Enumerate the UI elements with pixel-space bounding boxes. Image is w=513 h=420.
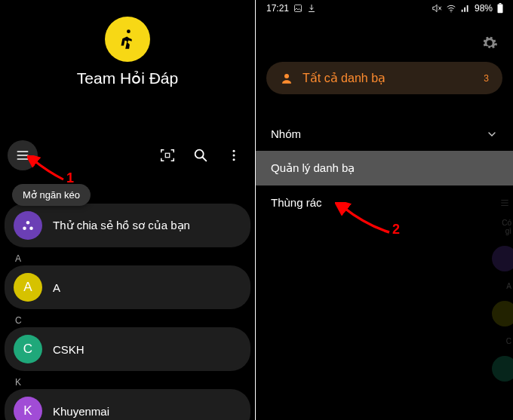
- background-ghost: Có gì A C: [496, 198, 513, 382]
- contacts-main-screen: Team Hỏi Đáp Mở ngăn kéo 1 Thử chia s: [0, 0, 256, 420]
- team-avatar: [105, 17, 150, 62]
- svg-point-7: [29, 227, 33, 231]
- page-title: Team Hỏi Đáp: [77, 69, 178, 87]
- nav-group[interactable]: Nhóm: [256, 117, 513, 151]
- menu-button[interactable]: [8, 140, 38, 170]
- runner-icon: [115, 26, 140, 52]
- contact-name: A: [53, 281, 60, 294]
- svg-point-3: [233, 155, 235, 157]
- svg-rect-0: [165, 153, 170, 158]
- drawer-nav: Nhóm Quản lý danh bạ Thùng rác: [256, 117, 513, 219]
- all-contacts-count: 3: [484, 73, 489, 84]
- more-button[interactable]: [225, 146, 243, 164]
- wifi-icon: [446, 3, 456, 14]
- hamburger-icon: [15, 148, 30, 163]
- signal-icon: [460, 3, 471, 14]
- svg-point-6: [23, 227, 26, 231]
- all-contacts-chip[interactable]: Tất cả danh bạ 3: [266, 62, 502, 94]
- svg-rect-10: [498, 4, 503, 13]
- share-icon: [14, 211, 42, 240]
- avatar: C: [14, 335, 42, 363]
- section-header: C: [0, 314, 255, 327]
- search-button[interactable]: [192, 146, 210, 164]
- drawer-toolbar: [256, 15, 513, 62]
- svg-point-2: [233, 150, 235, 152]
- menu-tooltip: Mở ngăn kéo: [12, 184, 91, 206]
- svg-point-1: [195, 150, 204, 158]
- svg-rect-11: [499, 3, 502, 4]
- battery-text: 98%: [475, 3, 493, 14]
- section-header: A: [0, 252, 255, 265]
- drawer-screen: 17:21 98% Tất cả danh bạ 3 Nhóm Quản lý …: [256, 0, 513, 420]
- search-icon: [192, 147, 209, 164]
- settings-button[interactable]: [481, 35, 498, 51]
- nav-label: Nhóm: [271, 127, 301, 140]
- svg-point-9: [450, 11, 451, 12]
- status-bar: 17:21 98%: [256, 0, 513, 15]
- contact-row[interactable]: A A: [5, 265, 250, 309]
- image-icon: [293, 4, 303, 13]
- contact-list: Thử chia sẻ hồ sơ của bạn A A A C C CSKH…: [0, 204, 255, 420]
- mute-icon: [432, 3, 442, 14]
- share-profile-row[interactable]: Thử chia sẻ hồ sơ của bạn: [5, 204, 250, 247]
- qr-scan-button[interactable]: [158, 146, 177, 164]
- contact-row[interactable]: K Khuyenmai: [5, 389, 250, 420]
- svg-point-5: [26, 221, 30, 225]
- contact-name: Khuyenmai: [53, 405, 109, 418]
- avatar: A: [14, 273, 42, 302]
- nav-label: Quản lý danh bạ: [271, 161, 355, 175]
- action-bar: [0, 140, 255, 170]
- qr-icon: [159, 147, 176, 164]
- chevron-down-icon: [486, 128, 498, 140]
- section-header: K: [0, 376, 255, 389]
- nav-trash[interactable]: Thùng rác: [256, 185, 513, 219]
- svg-rect-8: [295, 5, 302, 12]
- download-icon: [307, 4, 316, 13]
- gear-icon: [481, 35, 498, 51]
- avatar: K: [14, 397, 42, 420]
- all-contacts-label: Tất cả danh bạ: [303, 71, 386, 85]
- action-icons: [158, 146, 247, 164]
- battery-icon: [496, 3, 504, 14]
- status-time: 17:21: [266, 3, 289, 14]
- more-vert-icon: [226, 148, 241, 163]
- person-icon: [280, 72, 293, 85]
- share-profile-label: Thử chia sẻ hồ sơ của bạn: [53, 219, 190, 232]
- svg-point-12: [284, 74, 289, 78]
- svg-point-4: [233, 158, 235, 161]
- hamburger-icon: [498, 198, 511, 208]
- contact-name: CSKH: [53, 343, 84, 356]
- header: Team Hỏi Đáp: [0, 0, 255, 87]
- contact-row[interactable]: C CSKH: [5, 327, 250, 371]
- nav-label: Thùng rác: [271, 196, 322, 209]
- nav-manage-contacts[interactable]: Quản lý danh bạ: [256, 151, 513, 185]
